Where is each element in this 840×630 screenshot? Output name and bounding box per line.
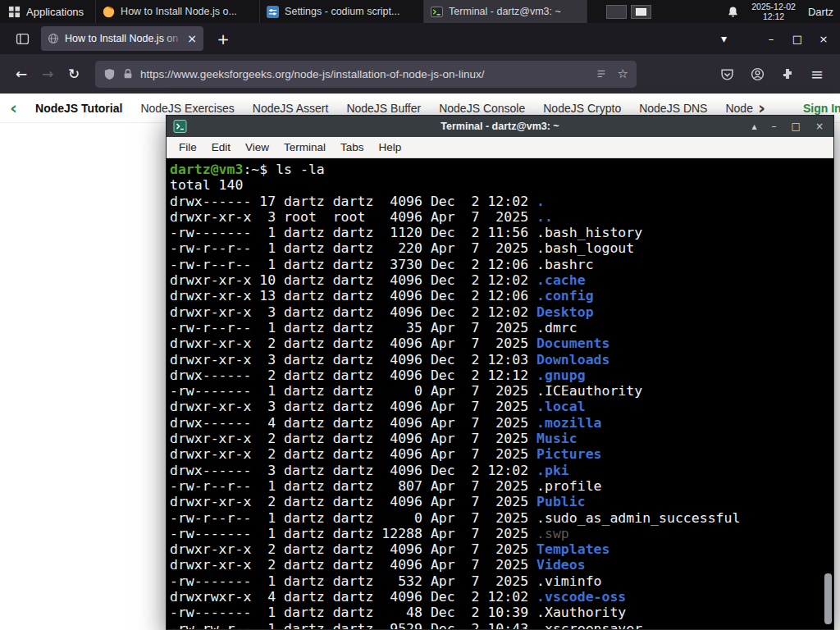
file-name: .swp — [536, 526, 569, 541]
terminal-menubar: File Edit View Terminal Tabs Help — [167, 137, 833, 158]
terminal-content[interactable]: dartz@vm3:~$ ls -la total 140 drwx------… — [167, 158, 833, 629]
taskbar-item-label: Settings - codium script... — [285, 6, 399, 17]
terminal-line: -rw-r--r-- 1 dartz dartz 220 Apr 7 2025 … — [170, 240, 833, 256]
file-name: Downloads — [536, 352, 609, 368]
sitenav-item-console[interactable]: NodeJS Console — [439, 102, 525, 115]
sitenav-item-truncated[interactable]: Node — [725, 102, 752, 115]
firefox-view-button[interactable] — [10, 28, 34, 49]
file-name: Pictures — [536, 446, 601, 462]
pocket-icon[interactable] — [720, 67, 734, 81]
bookmark-star-icon[interactable]: ☆ — [618, 66, 628, 81]
file-name: .sudo_as_admin_successful — [536, 510, 740, 526]
browser-tab[interactable]: How to Install Node.js on × — [41, 26, 203, 51]
file-name: .viminfo — [536, 573, 601, 589]
new-tab-button[interactable]: + — [212, 27, 235, 50]
taskbar-item-firefox[interactable]: How to Install Node.js o... — [95, 0, 259, 23]
taskbar-item-terminal[interactable]: Terminal - dartz@vm3: ~ — [423, 0, 587, 23]
sitenav-item-exercises[interactable]: NodeJS Exercises — [140, 102, 234, 115]
extensions-icon[interactable] — [781, 67, 794, 80]
firefox-view-icon — [16, 32, 30, 46]
menu-hamburger-icon[interactable]: ≡ — [810, 65, 824, 83]
terminal-prompt-line: dartz@vm3:~$ ls -la — [170, 162, 833, 177]
tracking-protection-shield-icon[interactable] — [103, 68, 116, 80]
terminal-line: drwxr-xr-x 13 dartz dartz 4096 Dec 2 12:… — [170, 288, 833, 304]
url-bar[interactable]: https://www.geeksforgeeks.org/node-js/in… — [95, 61, 637, 88]
sitenav-item-crypto[interactable]: NodeJS Crypto — [543, 102, 621, 115]
workspace-1[interactable] — [606, 5, 627, 19]
user-menu[interactable]: Dartz — [808, 6, 833, 18]
file-name: .mozilla — [536, 415, 601, 431]
terminal-icon — [431, 6, 443, 18]
terminal-maximize-button[interactable]: □ — [792, 121, 801, 132]
terminal-line: -rw------- 1 dartz dartz 48 Dec 2 10:39 … — [170, 605, 833, 620]
account-icon[interactable] — [751, 67, 765, 81]
terminal-line: -rw-r--r-- 1 dartz dartz 807 Apr 7 2025 … — [170, 478, 833, 494]
menu-file[interactable]: File — [171, 141, 204, 153]
nav-scroll-left-icon[interactable]: ‹ — [10, 99, 17, 117]
top-panel: Applications How to Install Node.js o...… — [0, 0, 840, 23]
file-name: .bashrc — [536, 257, 594, 272]
terminal-title: Terminal - dartz@vm3: ~ — [167, 121, 833, 132]
terminal-line: drwxr-xr-x 3 dartz dartz 4096 Apr 7 2025… — [170, 399, 833, 414]
toolbar-right-icons: ≡ — [720, 65, 824, 83]
tab-close-button[interactable]: × — [187, 32, 197, 45]
terminal-line: -rw-rw-r-- 1 dartz dartz 9529 Dec 2 10:4… — [170, 621, 833, 629]
menu-edit[interactable]: Edit — [204, 141, 238, 153]
terminal-line: drwx------ 17 dartz dartz 4096 Dec 2 12:… — [170, 194, 833, 209]
file-name: .Xauthority — [536, 605, 626, 620]
window-close-button[interactable]: × — [810, 33, 837, 45]
browser-toolbar: ← → ↻ https://www.geeksforgeeks.org/node… — [0, 54, 840, 94]
workspace-2[interactable] — [631, 5, 651, 19]
terminal-close-button[interactable]: × — [815, 121, 824, 132]
notification-bell-icon[interactable] — [727, 6, 739, 18]
file-name: Desktop — [536, 304, 594, 320]
taskbar-item-label: Terminal - dartz@vm3: ~ — [449, 6, 561, 17]
terminal-shade-button[interactable]: ▴ — [752, 121, 757, 132]
terminal-titlebar[interactable]: Terminal - dartz@vm3: ~ ▴ – □ × — [167, 116, 833, 137]
list-all-tabs-button[interactable]: ▾ — [721, 32, 727, 45]
workspace-switcher[interactable] — [606, 0, 651, 23]
file-name: Documents — [536, 336, 609, 351]
clock[interactable]: 2025-12-02 12:12 — [751, 2, 796, 21]
menu-tabs[interactable]: Tabs — [333, 141, 372, 153]
sign-in-link[interactable]: Sign In — [803, 102, 840, 115]
lock-icon[interactable] — [122, 68, 134, 80]
sitenav-item-tutorial[interactable]: NodeJS Tutorial — [35, 102, 122, 115]
window-minimize-button[interactable]: – — [758, 33, 784, 45]
taskbar-item-settings[interactable]: Settings - codium script... — [259, 0, 423, 23]
reload-button[interactable]: ↻ — [61, 61, 87, 87]
terminal-line: drwxr-xr-x 10 dartz dartz 4096 Dec 2 12:… — [170, 272, 833, 288]
reader-view-icon[interactable] — [596, 68, 607, 80]
sitenav-item-assert[interactable]: NodeJS Assert — [253, 102, 329, 115]
terminal-line: drwx------ 2 dartz dartz 4096 Dec 2 12:1… — [170, 368, 833, 383]
tab-title: How to Install Node.js on — [65, 33, 181, 44]
applications-label: Applications — [26, 6, 84, 18]
file-name: .bash_logout — [536, 240, 634, 256]
menu-view[interactable]: View — [238, 141, 276, 153]
terminal-scrollbar-thumb[interactable] — [824, 573, 832, 624]
terminal-line: drwx------ 3 dartz dartz 4096 Dec 2 12:0… — [170, 463, 833, 478]
sitenav-item-dns[interactable]: NodeJS DNS — [639, 102, 707, 115]
urlbar-page-actions: ☆ — [596, 66, 628, 81]
menu-terminal[interactable]: Terminal — [276, 141, 333, 153]
forward-button[interactable]: → — [34, 61, 61, 87]
settings-icon — [267, 6, 279, 18]
terminal-window-controls: ▴ – □ × — [752, 121, 833, 132]
terminal-line: drwxr-xr-x 2 dartz dartz 4096 Apr 7 2025… — [170, 336, 833, 351]
terminal-minimize-button[interactable]: – — [772, 121, 777, 132]
menu-help[interactable]: Help — [372, 141, 409, 153]
applications-menu[interactable]: Applications — [0, 0, 95, 23]
back-button[interactable]: ← — [8, 61, 34, 87]
file-name: .ICEauthority — [536, 383, 642, 399]
file-name: .local — [536, 399, 586, 414]
terminal-listing: drwx------ 17 dartz dartz 4096 Dec 2 12:… — [170, 194, 833, 629]
url-text[interactable]: https://www.geeksforgeeks.org/node-js/in… — [140, 68, 589, 80]
sitenav-item-buffer[interactable]: NodeJS Buffer — [346, 102, 421, 115]
file-name: . — [536, 194, 545, 209]
file-name: .dmrc — [536, 320, 578, 336]
tab-bar: How to Install Node.js on × + ▾ – □ × — [0, 23, 840, 54]
terminal-window: Terminal - dartz@vm3: ~ ▴ – □ × File Edi… — [166, 115, 834, 630]
file-name: Templates — [536, 541, 609, 557]
terminal-line: -rw------- 1 dartz dartz 1120 Dec 2 11:5… — [170, 225, 833, 240]
window-maximize-button[interactable]: □ — [784, 33, 810, 45]
